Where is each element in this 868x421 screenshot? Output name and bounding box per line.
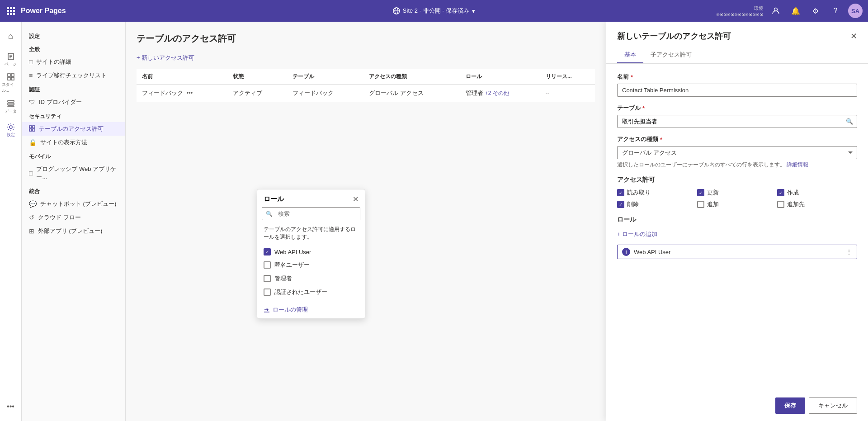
nav-migration-checklist[interactable]: ≡ ライブ移行チェックリスト [22, 69, 125, 82]
settings-icon[interactable]: ⚙ [808, 4, 823, 18]
mobile-section-title: モバイル [22, 149, 125, 162]
svg-rect-0 [7, 7, 9, 9]
svg-rect-6 [7, 13, 9, 15]
permission-section: アクセス許可 ✓ 読み取り ✓ 更新 ✓ 作成 ✓ [617, 176, 857, 208]
auth-section-title: 認証 [22, 82, 125, 95]
integration-section-title: 統合 [22, 184, 125, 197]
save-button[interactable]: 保存 [775, 397, 805, 414]
role-tag-left: i Web API User [622, 248, 670, 256]
manage-roles-link[interactable]: ロールの管理 [257, 301, 365, 318]
name-required-star: * [631, 74, 633, 80]
sidebar-item-more[interactable]: ••• [2, 396, 20, 417]
perm-appendto-checkbox[interactable] [777, 201, 784, 208]
table-input[interactable] [618, 115, 842, 128]
nav-cloud-flow[interactable]: ↺ クラウド フロー [22, 211, 125, 224]
access-type-required-star: * [660, 136, 662, 143]
perm-update-label: 更新 [707, 189, 719, 197]
panel-footer: 保存 キャンセル [606, 390, 868, 421]
permission-section-title: アクセス許可 [617, 176, 857, 184]
settings-title: 設定 [22, 29, 125, 42]
role-dropdown-title: ロール [264, 195, 284, 203]
add-role-button[interactable]: + ロールの追加 [617, 228, 657, 240]
panel-body: 名前 * テーブル * 🔍 アクセスの種類 [606, 64, 868, 390]
help-icon[interactable]: ? [828, 4, 843, 18]
role-dropdown-close-button[interactable]: ✕ [353, 195, 359, 203]
cancel-button[interactable]: キャンセル [809, 397, 857, 414]
sidebar-item-settings[interactable]: 設定 [2, 119, 20, 141]
chatbot-icon: 💬 [29, 200, 37, 208]
table-input-container: 🔍 [617, 115, 857, 128]
table-label: テーブル * [617, 104, 857, 112]
perm-read-label: 読み取り [627, 189, 651, 197]
nav-site-detail[interactable]: □ サイトの詳細 [22, 55, 125, 69]
pwa-icon: □ [29, 170, 33, 177]
role-dropdown-description: テーブルのアクセス許可に適用するロールを選択します。 [257, 224, 365, 246]
nav-table-permission[interactable]: テーブルのアクセス許可 [22, 122, 125, 136]
sidebar-item-home[interactable]: ⌂ [2, 25, 20, 47]
perm-append-row: 追加 [697, 200, 777, 208]
more-roles[interactable]: +2 その他 [485, 90, 509, 97]
role-checkbox-anonymous [264, 261, 271, 269]
add-permission-button[interactable]: + 新しいアクセス許可 [137, 52, 194, 64]
user-avatar[interactable]: SA [848, 4, 863, 18]
nav-pwa[interactable]: □ プログレッシブ Web アプリケー... [22, 162, 125, 184]
perm-delete-checkbox[interactable]: ✓ [617, 201, 624, 208]
sidebar-item-page[interactable]: ページ [2, 49, 20, 71]
perm-appendto-label: 追加先 [787, 200, 805, 208]
panel-close-button[interactable]: ✕ [850, 31, 857, 41]
role-option-authenticated[interactable]: 認証されたユーザー [257, 285, 365, 299]
table-permission-icon [29, 125, 35, 133]
tab-child-permission[interactable]: 子アクセス許可 [643, 47, 699, 63]
hint-link[interactable]: 詳細情報 [787, 161, 808, 168]
svg-rect-27 [29, 129, 32, 131]
site-name[interactable]: Site 2 - 非公開 - 保存済み [403, 7, 469, 15]
nav-site-visibility[interactable]: 🔒 サイトの表示方法 [22, 136, 125, 149]
role-dropdown-header: ロール ✕ [257, 189, 365, 207]
content-toolbar: + 新しいアクセス許可 [126, 52, 606, 69]
role-tag-menu-button[interactable]: ⋮ [846, 248, 852, 255]
nav-chatbot[interactable]: 💬 チャットボット (プレビュー) [22, 197, 125, 211]
perm-create-label: 作成 [787, 189, 799, 197]
nav-external-app[interactable]: ⊞ 外部アプリ (プレビュー) [22, 224, 125, 238]
checklist-icon: ≡ [29, 72, 33, 79]
security-section-title: セキュリティ [22, 109, 125, 122]
table-required-star: * [642, 105, 645, 112]
perm-append-checkbox[interactable] [697, 201, 704, 208]
sidebar-item-data[interactable]: データ [2, 96, 20, 118]
access-type-field-group: アクセスの種類 * グローバル アクセス 連絡先スコープ アカウントスコープ 親… [617, 135, 857, 169]
app-title: Power Pages [21, 7, 66, 15]
svg-rect-19 [8, 77, 10, 80]
table-field-group: テーブル * 🔍 [617, 104, 857, 128]
access-type-select[interactable]: グローバル アクセス 連絡先スコープ アカウントスコープ 親スコープ 自己 [617, 146, 857, 159]
notification-icon[interactable]: 🔔 [788, 4, 803, 18]
name-input[interactable] [617, 84, 857, 97]
role-option-admin[interactable]: 管理者 [257, 272, 365, 285]
perm-read-row: ✓ 読み取り [617, 189, 697, 197]
nav-id-provider[interactable]: 🛡 ID プロバイダー [22, 95, 125, 109]
panel-title: 新しいテーブルのアクセス許可 [617, 31, 731, 42]
role-tag-web-api-user: i Web API User ⋮ [617, 245, 857, 259]
perm-create-checkbox[interactable]: ✓ [777, 189, 784, 196]
site-label-area: Site 2 - 非公開 - 保存済み ▾ [393, 7, 475, 15]
permission-checkboxes: ✓ 読み取り ✓ 更新 ✓ 作成 ✓ 削除 [617, 189, 857, 208]
grid-menu-icon[interactable] [5, 5, 16, 16]
svg-rect-18 [11, 74, 14, 76]
icon-sidebar: ⌂ ページ スタイル... データ 設定 ••• [0, 22, 22, 421]
role-search-icon: 🔍 [262, 211, 276, 217]
perm-delete-row: ✓ 削除 [617, 200, 697, 208]
people-icon[interactable] [769, 4, 783, 18]
role-search-input[interactable] [276, 208, 360, 220]
access-type-hint: 選択したロールのユーザーにテーブル内のすべての行を表示します。 詳細情報 [617, 161, 857, 169]
svg-rect-21 [8, 100, 14, 102]
role-option-anonymous[interactable]: 匿名ユーザー [257, 258, 365, 272]
perm-read-checkbox[interactable]: ✓ [617, 189, 624, 196]
panel-header: 新しいテーブルのアクセス許可 ✕ 基本 子アクセス許可 [606, 22, 868, 64]
role-label-admin: 管理者 [274, 274, 292, 283]
tab-basic[interactable]: 基本 [617, 47, 643, 63]
sidebar-item-style[interactable]: スタイル... [2, 72, 20, 94]
role-option-web-api-user[interactable]: ✓ Web API User [257, 246, 365, 258]
perm-update-checkbox[interactable]: ✓ [697, 189, 704, 196]
perm-update-row: ✓ 更新 [697, 189, 777, 197]
svg-rect-8 [13, 13, 15, 15]
shield-icon: 🛡 [29, 99, 35, 106]
